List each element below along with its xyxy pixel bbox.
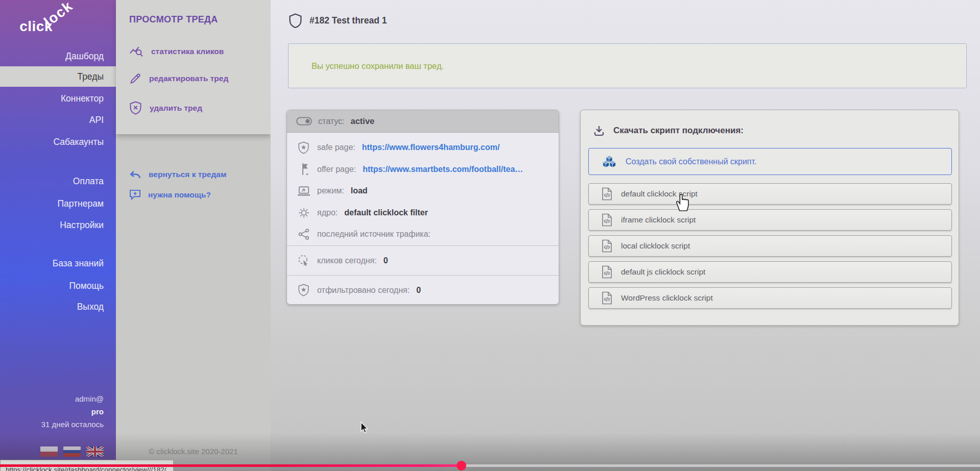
status-stats-section: кликов сегодня: 0 отфильтровано сегодня:… — [287, 245, 559, 305]
undo-arrow-icon — [129, 170, 141, 179]
uk-flag-icon[interactable] — [86, 447, 104, 457]
sidebar-item-payment[interactable]: Оплата — [0, 171, 116, 191]
clicks-today-row: кликов сегодня: 0 — [287, 245, 559, 275]
sidebar: clicklock Дашборд Треды Коннектор API Са… — [0, 0, 116, 471]
safe-page-link[interactable]: https://www.flowers4hamburg.com/ — [362, 143, 500, 152]
filtered-today-row: отфильтровано сегодня: 0 — [287, 275, 559, 305]
status-row-mode: режим: load — [287, 180, 559, 202]
download-script-card: Скачать скрипт подключения: Создать свой… — [580, 110, 959, 326]
button-label: Создать свой собственный скрипт. — [626, 157, 757, 166]
create-own-script-button[interactable]: Создать свой собственный скрипт. — [588, 148, 952, 175]
account-email: admin@ — [41, 392, 104, 405]
download-card-header: Скачать скрипт подключения: — [593, 125, 744, 137]
menu-item-label: редактировать тред — [149, 74, 228, 83]
row-label: последний источник трафика: — [317, 230, 431, 239]
poland-flag-icon[interactable] — [40, 447, 58, 457]
row-label: отфильтровано сегодня: — [317, 286, 410, 295]
link-back-to-threads[interactable]: вернуться к тредам — [129, 170, 226, 179]
sidebar-item-settings[interactable]: Настройки — [0, 215, 116, 235]
sidebar-item-connector[interactable]: Коннектор — [0, 88, 116, 109]
sidebar-item-help[interactable]: Помощь — [0, 276, 116, 296]
status-header: статус: active — [287, 110, 559, 133]
clicks-today-value: 0 — [384, 256, 388, 265]
button-label: default js clicklock script — [621, 267, 705, 277]
player-track-progress[interactable] — [0, 464, 461, 467]
status-label: статус: — [318, 117, 344, 126]
comment-plus-icon — [129, 189, 141, 200]
download-icon — [593, 125, 605, 137]
file-code-icon — [602, 265, 612, 279]
gear-icon — [297, 207, 310, 218]
shield-star-icon — [297, 284, 310, 296]
sidebar-item-subaccounts[interactable]: Сабакаунты — [0, 132, 116, 152]
shield-x-icon — [129, 101, 142, 115]
status-row-safe-page: safe page: https://www.flowers4hamburg.c… — [287, 137, 559, 159]
menu-item-click-stats[interactable]: статистика кликов — [129, 45, 224, 58]
menu-item-label: удалить тред — [150, 104, 202, 113]
wordpress-clicklock-script-button[interactable]: WordPress clicklock script — [588, 287, 952, 309]
russia-flag-icon[interactable] — [63, 447, 81, 457]
thread-status-card: статус: active safe page: https://www.fl… — [286, 110, 559, 305]
success-alert-text: Вы успешно сохранили ваш тред. — [312, 61, 444, 71]
page-header: #182 Test thread 1 — [289, 13, 387, 28]
account-days-left: 31 дней осталось — [41, 418, 104, 431]
sidebar-item-partners[interactable]: Партнерам — [0, 193, 116, 214]
filtered-today-value: 0 — [416, 286, 421, 295]
stats-search-icon — [129, 45, 144, 58]
sidebar-item-dashboard[interactable]: Дашборд — [0, 46, 116, 66]
signpost-icon — [297, 163, 310, 176]
file-code-icon — [602, 239, 612, 253]
row-label: safe page: — [317, 143, 355, 152]
row-label: режим: — [317, 186, 344, 195]
status-row-offer-page: offer page: https://www.smartbets.com/fo… — [287, 159, 559, 181]
file-code-icon — [602, 291, 612, 305]
clicklock-logo[interactable]: clicklock — [19, 18, 84, 35]
player-track-remaining[interactable] — [461, 464, 980, 467]
default-js-clicklock-script-button[interactable]: default js clicklock script — [588, 261, 952, 283]
status-row-last-traffic-source: последний источник трафика: — [287, 224, 559, 245]
player-scrubber-handle[interactable] — [457, 461, 466, 470]
page-title: #182 Test thread 1 — [309, 15, 387, 26]
link-label: вернуться к тредам — [149, 170, 226, 179]
link-need-help[interactable]: нужна помощь? — [129, 189, 211, 200]
success-alert: Вы успешно сохранили ваш тред. — [288, 43, 967, 88]
thread-menu-panel: ПРОСМОТР ТРЕДА статистика кликов редакти… — [116, 0, 271, 471]
cubes-icon — [602, 155, 617, 168]
share-icon — [297, 229, 310, 240]
row-label: кликов сегодня: — [317, 256, 377, 265]
language-switcher — [40, 447, 104, 457]
row-value: load — [351, 186, 368, 195]
status-rows: safe page: https://www.flowers4hamburg.c… — [287, 137, 559, 245]
file-code-icon — [602, 213, 612, 227]
main-content: #182 Test thread 1 Вы успешно сохранили … — [271, 0, 980, 471]
link-label: нужна помощь? — [148, 190, 211, 200]
status-row-core: ядро: default clicklock filter — [287, 202, 559, 224]
sidebar-item-api[interactable]: API — [0, 110, 116, 130]
button-label: default clicklock script — [621, 189, 698, 199]
row-label: offer page: — [317, 165, 356, 174]
click-icon — [297, 254, 310, 267]
local-clicklock-script-button[interactable]: local clicklock script — [588, 235, 952, 257]
shield-star-icon — [297, 141, 310, 154]
menu-item-label: статистика кликов — [151, 47, 224, 56]
laptop-share-icon — [297, 186, 310, 196]
account-plan: pro — [41, 405, 104, 418]
sidebar-item-logout[interactable]: Выход — [0, 296, 116, 317]
menu-item-edit-thread[interactable]: редактировать тред — [129, 72, 228, 85]
offer-page-link[interactable]: https://www.smartbets.com/football/tea… — [363, 165, 523, 174]
button-label: WordPress clicklock script — [621, 293, 713, 303]
button-label: iframe clicklock script — [621, 215, 696, 225]
menu-item-delete-thread[interactable]: удалить тред — [129, 101, 202, 115]
row-label: ядро: — [317, 208, 338, 217]
status-value: active — [350, 116, 374, 126]
row-value: default clicklock filter — [344, 208, 428, 217]
iframe-clicklock-script-button[interactable]: iframe clicklock script — [588, 209, 952, 231]
sidebar-item-knowledge-base[interactable]: База знаний — [0, 253, 116, 274]
default-clicklock-script-button[interactable]: default clicklock script — [588, 183, 952, 205]
sidebar-item-threads[interactable]: Треды — [0, 66, 116, 87]
copyright-text: © clicklock.site 2020-2021 — [116, 447, 271, 456]
account-info: admin@ pro 31 дней осталось — [41, 392, 104, 431]
button-label: local clicklock script — [621, 241, 690, 251]
file-code-icon — [602, 187, 612, 201]
toggle-on-icon — [296, 117, 312, 126]
